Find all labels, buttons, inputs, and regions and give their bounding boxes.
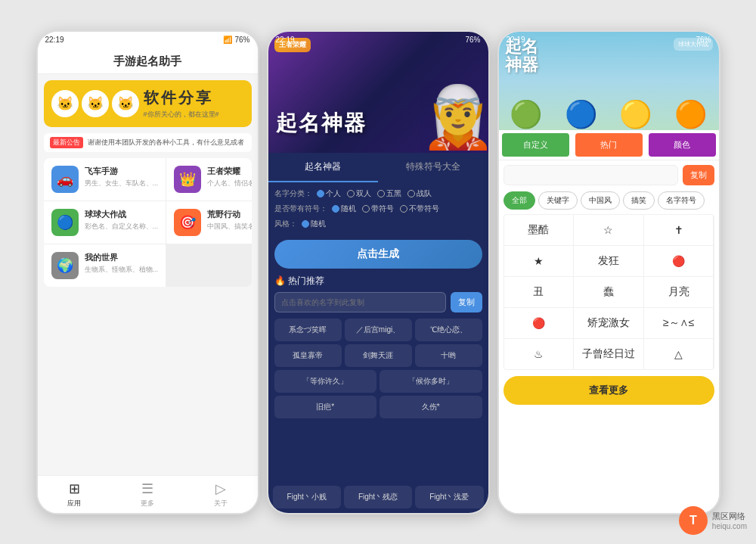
- bottom-nav-1: ⊞ 应用 ☰ 更多 ▷ 关于: [38, 475, 258, 513]
- game-item-0[interactable]: 🚗 飞车手游 男生、女生、车队名、...: [44, 158, 166, 201]
- tab-naming[interactable]: 起名神器: [268, 153, 379, 182]
- sym-1-2[interactable]: 🔴: [644, 246, 714, 276]
- game-icon-0: 🚗: [51, 166, 79, 193]
- name-grid-4: 旧疤* 久伤*: [274, 396, 482, 418]
- radio-random-style: [302, 220, 309, 228]
- status-icons-3: 76%: [696, 36, 711, 44]
- name-0-1[interactable]: ／后宫migi、: [345, 319, 412, 341]
- game-item-1[interactable]: 👑 王者荣耀 个人名、情侣名、战队...: [166, 158, 251, 201]
- game-name-3: 荒野行动: [207, 209, 251, 220]
- game-item-3[interactable]: 🎯 荒野行动 中国风、搞笑名字、热...: [166, 201, 251, 244]
- copy-button[interactable]: 复制: [451, 292, 482, 312]
- apps-icon: ⊞: [69, 480, 80, 497]
- opt-with-sym[interactable]: 带符号: [362, 204, 394, 214]
- hot-title: 🔥 热门推荐: [274, 275, 482, 288]
- game-info-0: 飞车手游 男生、女生、车队名、...: [85, 166, 159, 188]
- notice-bar: 最新公告 谢谢使用本团队开发的各种小工具，有什么意见或者: [44, 133, 252, 152]
- opt-random-style[interactable]: 随机: [302, 219, 326, 229]
- name-grid-3: 「等你许久」 「候你多时」: [274, 370, 482, 393]
- sym-0-0[interactable]: 墨酷: [504, 215, 574, 245]
- tag-keyword[interactable]: 关键字: [538, 191, 578, 210]
- fight-row: Fight丶小贱 Fight丶残恋 Fight丶浅爱: [273, 486, 484, 508]
- sym-3-0[interactable]: 🔴: [504, 308, 574, 338]
- category-options: 个人 双人 五黑 战队: [317, 188, 432, 199]
- sym-3-2[interactable]: ≥～∧≤: [644, 308, 714, 338]
- nav-more[interactable]: ☰ 更多: [141, 480, 154, 508]
- name-1-2[interactable]: 十哟: [415, 344, 482, 367]
- sym-3-1[interactable]: 矫宠激女: [574, 308, 643, 338]
- copy-btn-3[interactable]: 复制: [683, 165, 714, 185]
- name-1-0[interactable]: 孤皇寡帝: [274, 344, 342, 367]
- symbol-grid: 墨酷 ☆ ✝ ★ 发狂 🔴 丑 蠢 月亮 🔴 矫宠激女 ≥～∧≤ ♨ 子曾经日过…: [503, 214, 714, 370]
- name-grid-1: 系念づ笑晖 ／后宫migi、 ℃绝心恋、: [274, 319, 482, 341]
- nav-more-label: 更多: [141, 499, 154, 508]
- game-info-4: 我的世界 生物系、怪物系、植物...: [85, 252, 159, 275]
- sym-0-1[interactable]: ☆: [574, 215, 643, 245]
- search-copy-row: 复制: [503, 165, 714, 185]
- name-2-1[interactable]: 「候你多时」: [380, 370, 482, 393]
- more-icon: ☰: [141, 480, 153, 497]
- game-icon-1: 👑: [174, 166, 201, 193]
- opt-five[interactable]: 五黑: [377, 188, 401, 199]
- sym-2-0[interactable]: 丑: [504, 277, 574, 307]
- opt-random-sym[interactable]: 随机: [332, 204, 356, 214]
- search-input-3[interactable]: [503, 165, 678, 185]
- phone2-tabs: 起名神器 特殊符号大全: [268, 153, 488, 182]
- sym-4-2[interactable]: △: [644, 339, 714, 369]
- game-item-4[interactable]: 🌍 我的世界 生物系、怪物系、植物...: [44, 244, 166, 287]
- footer-url: heiqu.com: [712, 522, 747, 530]
- phone2-hero: 王者荣耀 起名神器 🧝: [268, 32, 488, 153]
- about-icon: ▷: [215, 480, 226, 497]
- fight-2[interactable]: Fight丶浅爱: [415, 486, 483, 508]
- tab-symbols[interactable]: 特殊符号大全: [378, 153, 488, 182]
- nav-apps[interactable]: ⊞ 应用: [67, 480, 81, 508]
- blob-3: 🟡: [619, 99, 652, 130]
- nav-about[interactable]: ▷ 关于: [214, 480, 228, 508]
- tag-all[interactable]: 全部: [503, 191, 535, 210]
- tab3-hot[interactable]: 热门: [575, 133, 643, 157]
- status-bar-1: 22:19 📶 76%: [38, 32, 258, 48]
- opt-duo[interactable]: 双人: [347, 188, 371, 199]
- tag-chinese[interactable]: 中国风: [581, 191, 620, 210]
- name-2-0[interactable]: 「等你许久」: [274, 370, 377, 393]
- tag-funny[interactable]: 搞笑: [623, 191, 655, 210]
- cat-icons: 🐱 🐱 🐱: [51, 90, 139, 117]
- more-button[interactable]: 查看更多: [503, 376, 714, 405]
- fight-0[interactable]: Fight丶小贱: [273, 486, 341, 508]
- sym-4-0[interactable]: ♨: [504, 339, 574, 369]
- banner-text: 软件分享 #你所关心的，都在这里#: [144, 88, 244, 120]
- sym-0-2[interactable]: ✝: [644, 215, 714, 245]
- name-1-1[interactable]: 剑舞天涯: [345, 344, 412, 367]
- sym-4-1[interactable]: 子曾经日过: [574, 339, 643, 369]
- copy-input[interactable]: [274, 292, 446, 312]
- game-icon-4: 🌍: [51, 252, 79, 279]
- tab3-color[interactable]: 颜色: [649, 133, 716, 157]
- opt-no-sym[interactable]: 不带符号: [400, 204, 439, 214]
- symbol-options: 随机 带符号 不带符号: [332, 204, 439, 214]
- phone-2: 22:19 76% 王者荣耀 起名神器 🧝 起名神器 特殊符号大全 名字分类： …: [267, 30, 490, 514]
- hero-character: 🧝: [420, 82, 488, 153]
- time-3: 22:19: [507, 36, 525, 44]
- game-name-1: 王者荣耀: [207, 166, 251, 177]
- app-title-1: 手游起名助手: [38, 48, 258, 74]
- sym-1-0[interactable]: ★: [504, 246, 574, 276]
- cat-icon-3: 🐱: [112, 90, 139, 117]
- fight-1[interactable]: Fight丶残恋: [344, 486, 412, 508]
- name-0-2[interactable]: ℃绝心恋、: [415, 319, 482, 341]
- name-3-2[interactable]: 久伤*: [380, 396, 482, 418]
- tab3-custom[interactable]: 自定义: [502, 133, 569, 157]
- sym-2-2[interactable]: 月亮: [644, 277, 714, 307]
- generate-button[interactable]: 点击生成: [274, 240, 482, 269]
- sym-2-1[interactable]: 蠢: [574, 277, 643, 307]
- game-item-2[interactable]: 🔵 球球大作战 彩色名、自定义名称、...: [44, 201, 166, 244]
- name-0-0[interactable]: 系念づ笑晖: [274, 319, 342, 341]
- banner-sub: #你所关心的，都在这里#: [144, 110, 244, 120]
- name-3-0[interactable]: 旧疤*: [274, 396, 377, 418]
- blob-2: 🔵: [565, 99, 598, 130]
- style-label: 风格：: [274, 219, 297, 229]
- opt-personal[interactable]: 个人: [317, 188, 341, 199]
- phone1-content: 🐱 🐱 🐱 软件分享 #你所关心的，都在这里# 最新公告 谢谢使用本团队开发的各…: [38, 74, 258, 475]
- sym-1-1[interactable]: 发狂: [574, 246, 643, 276]
- opt-team[interactable]: 战队: [407, 188, 432, 199]
- tag-namesym[interactable]: 名字符号: [658, 191, 705, 210]
